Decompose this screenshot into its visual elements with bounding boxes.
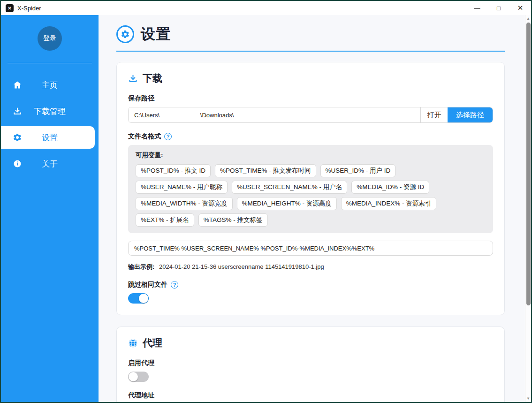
variable-chip[interactable]: %USER_ID% - 用户 ID xyxy=(320,164,396,177)
output-example-value: 2024-01-20 21-15-36 userscreenname 11451… xyxy=(159,263,324,270)
scroll-down-icon[interactable]: ▼ xyxy=(525,395,531,402)
proxy-section-title: 代理 xyxy=(128,336,493,350)
save-path-input[interactable] xyxy=(129,107,420,122)
filename-format-help-icon[interactable]: ? xyxy=(164,133,172,140)
main-content: 设置 下载 保存路径 打开 选择路径 xyxy=(99,15,531,402)
variable-chip[interactable]: %USER_NAME% - 用户昵称 xyxy=(136,181,228,194)
sidebar-item-about[interactable]: 关于 xyxy=(1,151,99,177)
variable-chip[interactable]: %MEDIA_INDEX% - 资源索引 xyxy=(341,197,437,210)
enable-proxy-toggle[interactable] xyxy=(128,372,149,382)
variable-chip[interactable]: %EXT% - 扩展名 xyxy=(136,213,194,227)
variable-chip-list: %POST_ID% - 推文 ID %POST_TIME% - 推文发布时间 %… xyxy=(136,164,486,227)
open-path-button[interactable]: 打开 xyxy=(420,107,448,122)
minimize-button[interactable]: — xyxy=(466,1,488,15)
download-section-label: 下载 xyxy=(143,72,162,85)
header-divider xyxy=(116,51,505,52)
variable-chip[interactable]: %USER_SCREEN_NAME% - 用户名 xyxy=(232,181,347,194)
skip-same-toggle[interactable] xyxy=(128,293,149,304)
globe-icon xyxy=(128,338,138,348)
filename-format-label: 文件名格式 ? xyxy=(128,132,493,141)
close-button[interactable]: ✕ xyxy=(509,1,531,15)
vertical-scrollbar[interactable]: ▲ ▼ xyxy=(525,15,531,402)
save-path-group: 打开 选择路径 xyxy=(128,107,493,123)
app-logo-icon: ✕ xyxy=(6,4,14,12)
sidebar-divider xyxy=(8,63,92,63)
output-example-label: 输出示例: xyxy=(128,263,154,270)
skip-same-help-icon[interactable]: ? xyxy=(171,281,178,289)
output-example-row: 输出示例: 2024-01-20 21-15-36 userscreenname… xyxy=(128,263,493,271)
titlebar: ✕ X-Spider — □ ✕ xyxy=(1,1,531,15)
variable-chip[interactable]: %POST_ID% - 推文 ID xyxy=(136,164,211,177)
filename-format-input[interactable] xyxy=(128,241,493,256)
download-icon xyxy=(128,74,138,84)
download-section-title: 下载 xyxy=(128,72,493,85)
app-title: X-Spider xyxy=(17,5,41,12)
scrollbar-thumb[interactable] xyxy=(526,23,531,305)
proxy-settings-card: 代理 启用代理 代理地址 xyxy=(116,327,505,402)
proxy-address-label: 代理地址 xyxy=(128,391,493,400)
window-controls: — □ ✕ xyxy=(466,1,531,15)
choose-path-button[interactable]: 选择路径 xyxy=(448,107,493,122)
variable-chip[interactable]: %MEDIA_WIDTH% - 资源宽度 xyxy=(136,197,233,210)
sidebar-item-label: 设置 xyxy=(1,132,99,143)
maximize-button[interactable]: □ xyxy=(488,1,509,15)
skip-same-label: 跳过相同文件 ? xyxy=(128,281,493,289)
variable-chip[interactable]: %MEDIA_ID% - 资源 ID xyxy=(351,181,429,194)
sidebar-item-settings[interactable]: 设置 xyxy=(1,124,99,151)
page-title: 设置 xyxy=(141,24,171,44)
available-variables-panel: 可用变量: %POST_ID% - 推文 ID %POST_TIME% - 推文… xyxy=(128,145,493,233)
toggle-knob xyxy=(129,372,138,381)
app-window: ✕ X-Spider — □ ✕ 登录 主页 xyxy=(0,0,532,403)
variable-chip[interactable]: %TAGS% - 推文标签 xyxy=(198,213,268,227)
proxy-section-label: 代理 xyxy=(143,336,162,350)
sidebar-item-label: 主页 xyxy=(1,80,99,91)
sidebar-item-home[interactable]: 主页 xyxy=(1,72,99,98)
sidebar: 登录 主页 下载管理 xyxy=(1,15,99,402)
sidebar-item-label: 关于 xyxy=(1,159,99,169)
available-variables-label: 可用变量: xyxy=(136,151,486,160)
settings-gear-icon xyxy=(116,25,134,43)
enable-proxy-label: 启用代理 xyxy=(128,359,493,367)
download-settings-card: 下载 保存路径 打开 选择路径 文件名格式 ? 可用变量: %POST_ID% … xyxy=(116,62,505,315)
sidebar-item-downloads[interactable]: 下载管理 xyxy=(1,98,99,124)
sidebar-item-label: 下载管理 xyxy=(1,106,99,117)
scroll-up-icon[interactable]: ▲ xyxy=(525,15,531,22)
toggle-knob xyxy=(139,294,148,303)
login-button[interactable]: 登录 xyxy=(38,26,62,51)
page-header: 设置 xyxy=(116,24,505,44)
variable-chip[interactable]: %POST_TIME% - 推文发布时间 xyxy=(215,164,316,177)
variable-chip[interactable]: %MEDIA_HEIGHT% - 资源高度 xyxy=(237,197,337,210)
sidebar-menu: 主页 下载管理 设置 xyxy=(1,72,99,177)
save-path-label: 保存路径 xyxy=(128,94,493,103)
